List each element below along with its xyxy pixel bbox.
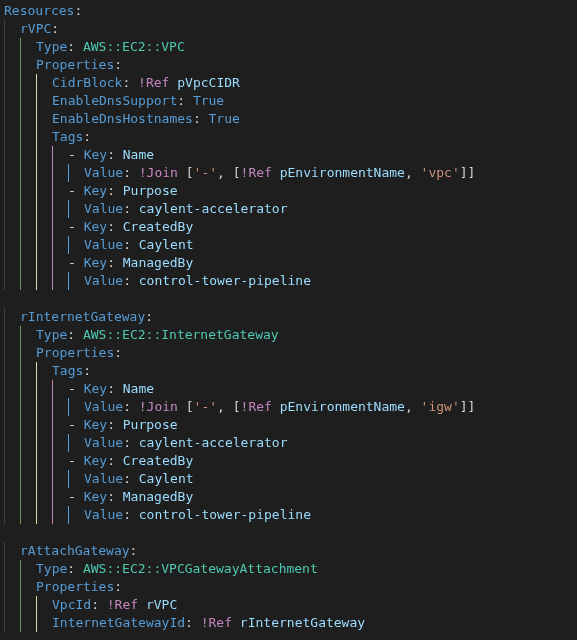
yaml-value: control-tower-pipeline	[139, 507, 311, 522]
yaml-key: Properties	[36, 345, 114, 360]
yaml-key: CidrBlock	[52, 75, 122, 90]
yaml-tag: !Ref	[241, 399, 272, 414]
code-line[interactable]: rAttachGateway:	[4, 542, 573, 560]
yaml-tag: !Ref	[241, 165, 272, 180]
yaml-value: CreatedBy	[123, 219, 193, 234]
code-line[interactable]: VpcId: !Ref rVPC	[4, 596, 573, 614]
code-line[interactable]: Type: AWS::EC2::InternetGateway	[4, 326, 573, 344]
yaml-key: rVPC	[20, 21, 51, 36]
code-line[interactable]: rInternetGateway:	[4, 308, 573, 326]
yaml-value: Caylent	[139, 471, 194, 486]
yaml-key: Value	[84, 201, 123, 216]
code-line[interactable]: Type: AWS::EC2::VPC	[4, 38, 573, 56]
yaml-key: rInternetGateway	[20, 309, 145, 324]
code-line[interactable]: Value: caylent-accelerator	[4, 200, 573, 218]
blank-line[interactable]	[4, 290, 573, 308]
yaml-key: InternetGatewayId	[52, 615, 185, 630]
yaml-value: ManagedBy	[123, 255, 193, 270]
yaml-value: caylent-accelerator	[139, 201, 288, 216]
yaml-key: Key	[84, 255, 107, 270]
code-line[interactable]: CidrBlock: !Ref pVpcCIDR	[4, 74, 573, 92]
code-line[interactable]: Type: AWS::EC2::VPCGatewayAttachment	[4, 560, 573, 578]
yaml-key: Key	[84, 417, 107, 432]
yaml-value: pEnvironmentName	[280, 165, 405, 180]
yaml-key: Value	[84, 435, 123, 450]
code-line[interactable]: Value: caylent-accelerator	[4, 434, 573, 452]
yaml-key: Type	[36, 39, 67, 54]
yaml-key: Properties	[36, 57, 114, 72]
yaml-string: 'igw'	[421, 399, 460, 414]
yaml-key: rAttachGateway	[20, 543, 130, 558]
code-line[interactable]: - Key: ManagedBy	[4, 254, 573, 272]
yaml-key: Key	[84, 183, 107, 198]
yaml-tag: !Join	[139, 399, 178, 414]
yaml-key: Tags	[52, 129, 83, 144]
yaml-tag: !Ref	[201, 615, 232, 630]
code-line[interactable]: Tags:	[4, 362, 573, 380]
code-line[interactable]: - Key: ManagedBy	[4, 488, 573, 506]
code-line[interactable]: rVPC:	[4, 20, 573, 38]
yaml-value: Caylent	[139, 237, 194, 252]
code-line[interactable]: - Key: CreatedBy	[4, 452, 573, 470]
code-line[interactable]: Tags:	[4, 128, 573, 146]
code-line[interactable]: Value: control-tower-pipeline	[4, 272, 573, 290]
yaml-key: Resources	[4, 3, 74, 18]
yaml-value: CreatedBy	[123, 453, 193, 468]
yaml-key: Key	[84, 381, 107, 396]
yaml-value: True	[209, 111, 240, 126]
yaml-value: pEnvironmentName	[280, 399, 405, 414]
yaml-tag: !Join	[139, 165, 178, 180]
yaml-key: Value	[84, 237, 123, 252]
code-line[interactable]: Value: Caylent	[4, 236, 573, 254]
yaml-value: AWS::EC2::VPCGatewayAttachment	[83, 561, 318, 576]
code-line[interactable]: Resources:	[4, 2, 573, 20]
yaml-value: Name	[123, 147, 154, 162]
code-line[interactable]: - Key: CreatedBy	[4, 218, 573, 236]
yaml-key: Key	[84, 219, 107, 234]
yaml-value: True	[193, 93, 224, 108]
yaml-value: rInternetGateway	[240, 615, 365, 630]
code-editor[interactable]: Resources:rVPC:Type: AWS::EC2::VPCProper…	[0, 0, 577, 634]
yaml-string: '-'	[194, 399, 217, 414]
yaml-value: Purpose	[123, 183, 178, 198]
yaml-value: Name	[123, 381, 154, 396]
yaml-key: Type	[36, 327, 67, 342]
yaml-key: Value	[84, 399, 123, 414]
yaml-value: ManagedBy	[123, 489, 193, 504]
yaml-value: AWS::EC2::VPC	[83, 39, 185, 54]
yaml-value: caylent-accelerator	[139, 435, 288, 450]
yaml-tag: !Ref	[138, 75, 169, 90]
code-line[interactable]: EnableDnsSupport: True	[4, 92, 573, 110]
yaml-tag: !Ref	[107, 597, 138, 612]
yaml-key: Value	[84, 471, 123, 486]
code-line[interactable]: Value: !Join ['-', [!Ref pEnvironmentNam…	[4, 398, 573, 416]
yaml-key: VpcId	[52, 597, 91, 612]
yaml-key: Value	[84, 273, 123, 288]
code-line[interactable]: Properties:	[4, 578, 573, 596]
yaml-key: EnableDnsSupport	[52, 93, 177, 108]
code-line[interactable]: EnableDnsHostnames: True	[4, 110, 573, 128]
yaml-key: Key	[84, 489, 107, 504]
yaml-value: control-tower-pipeline	[139, 273, 311, 288]
yaml-key: Properties	[36, 579, 114, 594]
code-line[interactable]: InternetGatewayId: !Ref rInternetGateway	[4, 614, 573, 632]
yaml-key: Key	[84, 453, 107, 468]
code-line[interactable]: - Key: Name	[4, 146, 573, 164]
yaml-string: '-'	[194, 165, 217, 180]
yaml-value: rVPC	[146, 597, 177, 612]
yaml-value: pVpcCIDR	[177, 75, 240, 90]
code-line[interactable]: Properties:	[4, 344, 573, 362]
yaml-value: AWS::EC2::InternetGateway	[83, 327, 279, 342]
code-line[interactable]: Value: Caylent	[4, 470, 573, 488]
code-line[interactable]: - Key: Name	[4, 380, 573, 398]
code-line[interactable]: Value: control-tower-pipeline	[4, 506, 573, 524]
code-line[interactable]: Value: !Join ['-', [!Ref pEnvironmentNam…	[4, 164, 573, 182]
yaml-key: Type	[36, 561, 67, 576]
code-line[interactable]: Properties:	[4, 56, 573, 74]
yaml-key: EnableDnsHostnames	[52, 111, 193, 126]
yaml-key: Tags	[52, 363, 83, 378]
yaml-key: Value	[84, 507, 123, 522]
code-line[interactable]: - Key: Purpose	[4, 416, 573, 434]
blank-line[interactable]	[4, 524, 573, 542]
code-line[interactable]: - Key: Purpose	[4, 182, 573, 200]
